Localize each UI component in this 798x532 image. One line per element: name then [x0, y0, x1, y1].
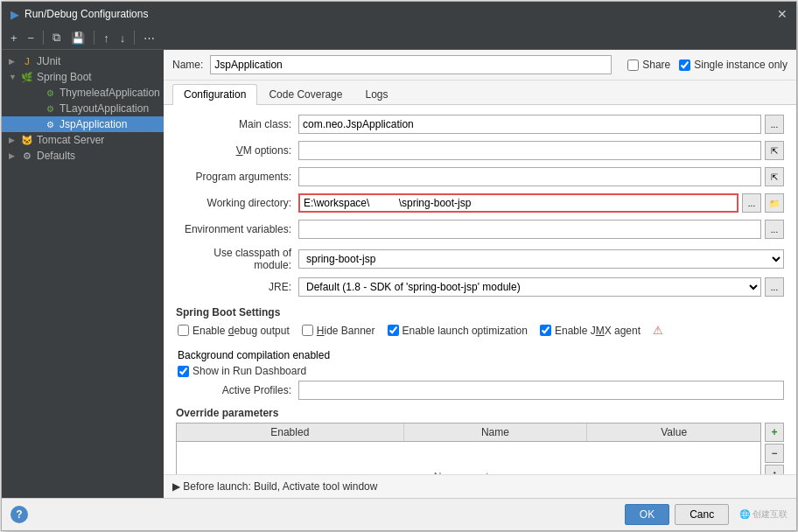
sidebar-item-defaults[interactable]: ▶ ⚙ Defaults [2, 148, 164, 164]
hide-banner-checkbox[interactable] [302, 325, 313, 336]
vm-options-input-wrap: ⇱ [298, 141, 784, 160]
jre-label: JRE: [176, 281, 298, 293]
enable-debug-checkbox[interactable] [178, 325, 189, 336]
jre-select[interactable]: Default (1.8 - SDK of 'spring-boot-jsp' … [298, 277, 761, 297]
remove-button[interactable]: − [24, 30, 38, 46]
more-button[interactable]: ⋯ [140, 30, 158, 46]
app-icon: ⚙ [44, 87, 56, 99]
run-debug-dialog: ▶ Run/Debug Configurations ✕ + − ⧉ 💾 ↑ ↓… [1, 1, 797, 531]
program-args-label: Program arguments: [176, 171, 298, 183]
empty-message: No parameters [177, 442, 760, 475]
classpath-input-wrap: spring-boot-jsp [298, 249, 784, 269]
before-launch-text: ▶ Before launch: Build, Activate tool wi… [172, 480, 788, 493]
active-profiles-input-wrap [298, 381, 784, 400]
enable-launch-label[interactable]: Enable launch optimization [388, 325, 528, 337]
remove-param-button[interactable]: − [765, 444, 784, 463]
col-name: Name [403, 424, 587, 442]
tab-logs[interactable]: Logs [354, 84, 399, 104]
vm-options-label: VM options: [176, 144, 298, 157]
tab-configuration[interactable]: Configuration [172, 84, 257, 105]
active-profiles-label: Active Profiles: [176, 384, 298, 396]
single-instance-checkbox-label[interactable]: Single instance only [679, 59, 788, 71]
env-vars-input-wrap: ... [298, 220, 784, 239]
add-param-button[interactable]: + [765, 423, 784, 442]
tabs: Configuration Code Coverage Logs [164, 80, 796, 105]
enable-jmx-checkbox[interactable] [540, 325, 551, 336]
watermark: 🌐 创建互联 [739, 508, 788, 521]
sidebar-item-label: TLayoutApplication [60, 102, 149, 115]
show-run-dashboard-checkbox[interactable] [178, 366, 189, 377]
vm-options-expand-button[interactable]: ⇱ [765, 141, 784, 160]
sidebar-item-label: JspApplication [60, 118, 127, 130]
dots-icon-3: ... [771, 225, 778, 234]
spring-icon: 🌿 [21, 71, 33, 83]
name-label: Name: [172, 59, 203, 71]
main-class-browse-button[interactable]: ... [765, 115, 784, 134]
dialog-icon: ▶ [10, 8, 19, 21]
dots-icon: ... [771, 120, 778, 130]
spring-boot-checkboxes-row1: Enable debug output Hide Banner Enable l… [176, 324, 784, 361]
dialog-footer: ? OK Canc 🌐 创建互联 [2, 498, 796, 530]
move-param-up-button[interactable]: ↑ [765, 465, 784, 474]
help-button[interactable]: ? [10, 506, 28, 523]
bg-compilation-label: Background compilation enabled [178, 349, 330, 361]
single-instance-checkbox[interactable] [679, 60, 690, 71]
sidebar-item-thymeleaf[interactable]: ⚙ ThymeleafApplication [2, 85, 164, 101]
before-launch-bar: ▶ Before launch: Build, Activate tool wi… [164, 474, 796, 498]
expand-arrow: ▶ [9, 136, 18, 144]
working-dir-input[interactable] [298, 193, 738, 213]
share-checkbox-label[interactable]: Share [627, 59, 670, 71]
working-dir-browse-button[interactable]: ... [742, 193, 761, 213]
share-checkbox[interactable] [627, 60, 639, 71]
main-content: ▶ J JUnit ▼ 🌿 Spring Boot ⚙ ThymeleafApp… [2, 50, 796, 498]
params-table-container: Enabled Name Value No parameters [176, 423, 761, 474]
enable-launch-checkbox[interactable] [388, 325, 399, 336]
sidebar-item-label: Spring Boot [37, 71, 92, 83]
active-profiles-input[interactable] [298, 381, 784, 400]
jre-row: JRE: Default (1.8 - SDK of 'spring-boot-… [176, 276, 784, 298]
close-icon[interactable]: ✕ [777, 7, 788, 21]
add-button[interactable]: + [7, 30, 21, 46]
classpath-row: Use classpath of module: spring-boot-jsp [176, 247, 784, 271]
show-run-dashboard-label[interactable]: Show in Run Dashboard [178, 365, 306, 377]
params-side-buttons: + − ↑ ↓ [765, 423, 784, 474]
vm-options-input[interactable] [298, 141, 761, 160]
ok-button[interactable]: OK [625, 504, 669, 525]
sidebar-item-junit[interactable]: ▶ J JUnit [2, 53, 164, 69]
sidebar-item-tlayout[interactable]: ⚙ TLayoutApplication [2, 101, 164, 116]
before-launch-expand[interactable]: ▶ Before launch: Build, Activate tool wi… [172, 480, 377, 493]
copy-button[interactable]: ⧉ [49, 29, 64, 46]
sidebar-item-label: Defaults [37, 150, 75, 162]
override-params-title: Override parameters [176, 407, 784, 419]
env-vars-input[interactable] [298, 220, 761, 239]
enable-debug-label[interactable]: Enable debug output [178, 325, 290, 337]
move-up-button[interactable]: ↑ [100, 30, 113, 46]
sidebar-item-spring-boot[interactable]: ▼ 🌿 Spring Boot [2, 69, 164, 85]
name-input[interactable] [210, 55, 612, 74]
jre-browse-button[interactable]: ... [765, 277, 784, 297]
program-args-input[interactable] [298, 167, 761, 186]
main-class-row: Main class: ... [176, 114, 784, 135]
sidebar-item-tomcat[interactable]: ▶ 🐱 Tomcat Server [2, 132, 164, 148]
main-class-input[interactable] [298, 115, 761, 134]
program-args-expand-button[interactable]: ⇱ [765, 167, 784, 186]
tab-code-coverage[interactable]: Code Coverage [257, 84, 354, 104]
spring-boot-checkboxes-row2: Show in Run Dashboard [176, 365, 784, 377]
single-instance-label: Single instance only [694, 59, 788, 71]
share-label: Share [642, 59, 670, 71]
enable-jmx-label[interactable]: Enable JMX agent [540, 325, 640, 337]
working-dir-folder-button[interactable]: 📁 [765, 193, 784, 213]
save-button[interactable]: 💾 [67, 30, 88, 46]
move-down-button[interactable]: ↓ [116, 30, 130, 46]
config-content: Main class: ... VM options: [164, 105, 796, 474]
working-dir-row: Working directory: ... 📁 [176, 192, 784, 214]
params-table: Enabled Name Value No parameters [177, 424, 760, 474]
program-args-input-wrap: ⇱ [298, 167, 784, 186]
sidebar-item-jsp[interactable]: ⚙ JspApplication [2, 116, 164, 132]
classpath-select[interactable]: spring-boot-jsp [298, 249, 784, 269]
table-row-empty: No parameters [177, 442, 760, 475]
cancel-button[interactable]: Canc [675, 504, 729, 525]
toolbar-separator-2 [94, 31, 94, 45]
env-vars-browse-button[interactable]: ... [765, 220, 784, 239]
hide-banner-label[interactable]: Hide Banner [302, 325, 375, 337]
